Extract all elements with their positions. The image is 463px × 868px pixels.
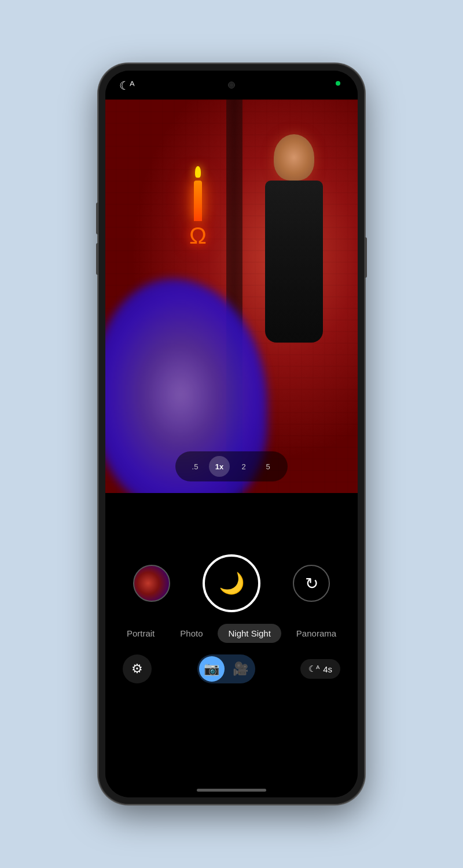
person-head [274, 134, 314, 181]
main-controls-row: 🌙 ↻ [105, 537, 358, 618]
phone-frame: ☾ᴬ Ω [98, 64, 365, 804]
video-icon: 🎥 [233, 661, 248, 676]
neon-omega-symbol: Ω [175, 224, 221, 247]
volume-down-button[interactable] [96, 243, 98, 275]
bottom-toolbar: ⚙︎ 📷 🎥 ☾ᴬ 4s [105, 649, 358, 689]
camera-icon: 📷 [204, 661, 219, 676]
zoom-0.5-button[interactable]: .5 [185, 456, 205, 477]
flip-icon: ↻ [305, 574, 318, 593]
camera-viewfinder: Ω .5 1x 2 5 [105, 100, 358, 493]
mode-photo[interactable]: Photo [170, 624, 213, 643]
zoom-5x-button[interactable]: 5 [258, 456, 278, 477]
power-button[interactable] [365, 237, 367, 278]
top-bar [105, 71, 358, 100]
home-indicator[interactable] [197, 789, 266, 792]
settings-gear-icon: ⚙︎ [131, 661, 143, 676]
camera-active-indicator [336, 81, 340, 86]
flip-camera-button[interactable]: ↻ [293, 565, 330, 602]
mode-night-sight[interactable]: Night Sight [218, 624, 281, 643]
neon-candle [194, 181, 202, 221]
capture-mode-switcher: 📷 🎥 [197, 654, 255, 683]
photo-thumbnail[interactable] [133, 565, 170, 602]
person-subject [248, 134, 340, 424]
neon-sign: Ω [175, 169, 221, 238]
shutter-button[interactable]: 🌙 [203, 554, 260, 612]
zoom-1x-button[interactable]: 1x [209, 456, 230, 477]
night-timer-moon-icon: ☾ᴬ [308, 664, 319, 674]
night-timer-button[interactable]: ☾ᴬ 4s [300, 659, 340, 679]
photo-capture-button[interactable]: 📷 [199, 656, 225, 682]
zoom-2x-button[interactable]: 2 [233, 456, 254, 477]
volume-up-button[interactable] [96, 203, 98, 234]
mode-portrait[interactable]: Portrait [116, 624, 165, 643]
settings-button[interactable]: ⚙︎ [123, 654, 152, 683]
night-timer-value: 4s [323, 664, 332, 674]
person-body [265, 181, 323, 343]
video-capture-button[interactable]: 🎥 [226, 654, 255, 683]
shutter-moon-icon: 🌙 [219, 571, 245, 595]
phone-screen: ☾ᴬ Ω [105, 71, 358, 797]
neon-flame [195, 166, 201, 178]
zoom-controls: .5 1x 2 5 [175, 451, 288, 481]
mode-selector: Portrait Photo Night Sight Panorama [105, 618, 358, 649]
controls-area: 🌙 ↻ Portrait Photo Night Sight Panorama … [105, 537, 358, 797]
front-camera [228, 82, 235, 89]
night-sight-auto-icon[interactable]: ☾ᴬ [119, 79, 135, 93]
camera-scene: Ω [105, 100, 358, 493]
mode-panorama[interactable]: Panorama [286, 624, 347, 643]
